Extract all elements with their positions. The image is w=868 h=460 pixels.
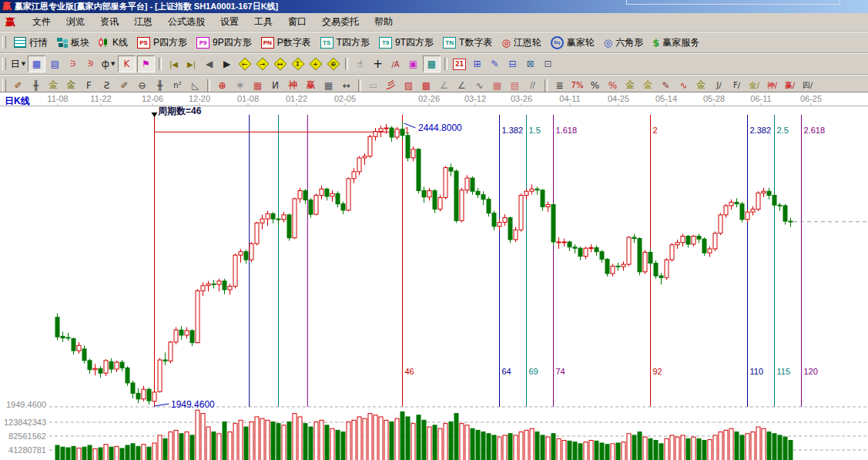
span-arrow-tool[interactable]: ↔ (338, 78, 354, 93)
t-number-table-button[interactable]: TNT数字表 (438, 35, 497, 51)
sectors-button[interactable]: 板块 (52, 35, 94, 51)
parallel-lines-tool[interactable]: // (524, 78, 541, 93)
fan-lines-tool[interactable]: 彡 (383, 78, 399, 93)
wave-mark-tool[interactable]: И (267, 78, 283, 93)
comb-tool[interactable]: ╫ (28, 78, 44, 93)
shift-left-button[interactable]: ← (236, 56, 253, 72)
title-bar[interactable]: 赢 赢家江恩专业版[赢家内部服务平台] - [上证指数 SH1A0001-167… (0, 0, 868, 13)
compass-tool[interactable]: ⊕ (214, 78, 230, 93)
f-angle-tool[interactable]: F∕ (729, 78, 745, 93)
calculator-button[interactable]: ⊞ (469, 56, 485, 72)
ying-grid-tool[interactable]: 赢 (303, 78, 319, 93)
angle-tool[interactable]: ∠ (436, 78, 452, 93)
gann-wheel-button[interactable]: ◎江恩轮 (497, 35, 545, 51)
9p-square-button[interactable]: P99P四方形 (192, 35, 256, 51)
wave-a-tool[interactable]: ∿ (675, 78, 692, 93)
pen2-tool[interactable]: ✐ (116, 78, 132, 93)
gold-angle-tool[interactable]: 金 (693, 78, 709, 93)
n2-tool[interactable]: n² (169, 78, 186, 93)
percent7-tool[interactable]: 7% (569, 78, 585, 93)
percent-tool[interactable]: % (587, 78, 603, 93)
gann-shape-button[interactable]: ▣ (405, 56, 421, 72)
expand-horizontal-button[interactable]: ↔ (272, 56, 288, 72)
gann-box-tool[interactable]: ▨ (400, 78, 417, 93)
gold2-angle-tool[interactable]: 金∕ (746, 78, 762, 93)
gold-circle-tool[interactable]: 金 (622, 78, 638, 93)
angle-line-button[interactable]: ∕A (387, 56, 404, 72)
grid3-tool[interactable]: ▤ (507, 78, 523, 93)
pen-line-tool[interactable]: ✎ (658, 78, 674, 93)
kline-button[interactable]: K线 (94, 35, 132, 51)
gold-line-tool[interactable]: 金 (640, 78, 656, 93)
print-button[interactable]: ⊡ (540, 56, 556, 72)
p-square-button[interactable]: PSP四方形 (132, 35, 192, 51)
winner-wheel-button[interactable]: Big赢家轮 (546, 35, 599, 51)
info-panel-button[interactable]: ▤ (47, 56, 63, 72)
first-page-button[interactable]: |◀ (166, 56, 182, 72)
winner-service-button[interactable]: $赢家服务 (648, 35, 704, 51)
zoom-in-button[interactable]: + (307, 56, 323, 72)
shen-grid-tool[interactable]: 神 (285, 78, 301, 93)
menu-item-9[interactable]: 帮助 (367, 13, 400, 31)
menu-item-2[interactable]: 资讯 (92, 13, 126, 31)
save-as-button[interactable]: ⊠ (522, 56, 538, 72)
pen-tool[interactable]: ✐ (10, 78, 26, 93)
percent-line-tool[interactable]: % (605, 78, 621, 93)
mind-map-button[interactable]: ▩ (423, 55, 441, 72)
candle-style-button[interactable]: ф▼ (100, 56, 116, 72)
flag-marker-button[interactable]: ⚑ (137, 55, 155, 72)
menu-item-4[interactable]: 公式选股 (160, 13, 213, 31)
period-daily-button[interactable]: 日▼ (10, 56, 26, 72)
grid2-tool[interactable]: ▦ (489, 78, 505, 93)
hexagon-button[interactable]: ◎六角形 (599, 35, 648, 51)
protractor-tool[interactable]: ◺ (187, 78, 203, 93)
prev-page-button[interactable]: ◀ (201, 56, 217, 72)
calendar-button[interactable]: 21 (451, 56, 468, 72)
expand-vertical-button[interactable]: ↕ (290, 56, 306, 72)
stats-tool[interactable]: ≣ (551, 78, 568, 93)
shen-angle-tool[interactable]: 神∕ (764, 78, 780, 93)
ying-angle-tool[interactable]: 赢∕ (782, 78, 798, 93)
comb2-tool[interactable]: ╫ (152, 78, 168, 93)
si-angle-tool[interactable]: 四∕ (799, 78, 816, 93)
t-square-button[interactable]: TST四方形 (316, 35, 374, 51)
menu-item-8[interactable]: 交易委托 (314, 13, 367, 31)
menu-item-0[interactable]: 文件 (25, 13, 59, 31)
crosshair-button[interactable]: + (370, 56, 386, 72)
menu-item-3[interactable]: 江恩 (126, 13, 160, 31)
starburst-tool[interactable]: ✳ (232, 78, 248, 93)
box-select-tool[interactable]: ▭ (365, 78, 381, 93)
save-button[interactable]: ⊟ (504, 56, 521, 72)
circle-div-tool[interactable]: ⊖ (134, 78, 150, 93)
angle2-tool[interactable]: ∠ (454, 78, 470, 93)
menu-item-7[interactable]: 窗口 (280, 13, 314, 31)
next-page-button[interactable]: ▶ (219, 56, 235, 72)
j-angle-tool[interactable]: J∕ (711, 78, 727, 93)
menu-item-6[interactable]: 工具 (246, 13, 280, 31)
pattern-view-button[interactable]: ▦ (28, 55, 45, 72)
quotes-button[interactable]: 行情 (9, 35, 52, 51)
gold-comb-tool[interactable]: 金 (45, 78, 62, 93)
p-number-table-button[interactable]: PNP数字表 (256, 35, 316, 51)
kline-chart[interactable]: 11-0811-2212-0612-2001-0801-2202-0502-26… (0, 92, 868, 460)
bars-3-button[interactable]: ⫶3 (65, 56, 81, 72)
number-grid-tool[interactable]: ▦ (320, 78, 337, 93)
shift-right-button[interactable]: → (254, 56, 270, 72)
menu-item-1[interactable]: 浏览 (59, 13, 92, 31)
kline-style-button[interactable]: K (118, 55, 136, 72)
bars-9-button[interactable]: ⫶9 (82, 56, 99, 72)
toolbar-separator (358, 79, 361, 92)
f-comb-tool[interactable]: F (81, 78, 97, 93)
menu-item-5[interactable]: 设置 (213, 13, 246, 31)
zoom-reset-button[interactable]: ⊕ (325, 56, 341, 72)
notes-button[interactable]: ✎ (487, 56, 503, 72)
pan-hand-button[interactable]: ☝ (352, 56, 368, 72)
gann-square-tool[interactable]: ▩ (418, 78, 434, 93)
gold-comb2-tool[interactable]: 金 (63, 78, 79, 93)
wave-tool[interactable]: ∿ (471, 78, 488, 93)
9t-square-button[interactable]: T99T四方形 (374, 35, 438, 51)
s-comb-tool[interactable]: Ƨ (99, 78, 115, 93)
red-grid-tool[interactable]: ▦ (250, 78, 266, 93)
chart-area[interactable]: 日K线 11-0811-2212-0612-2001-0801-2202-050… (0, 92, 868, 460)
last-page-button[interactable]: ▶| (183, 56, 199, 72)
